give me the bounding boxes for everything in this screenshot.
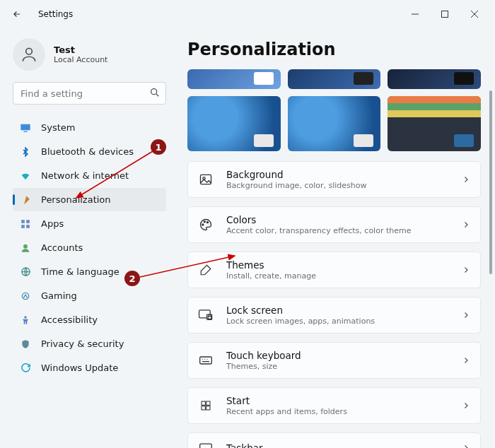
card-sub: Install, create, manage — [226, 271, 462, 281]
apps-icon — [20, 218, 31, 230]
bluetooth-icon — [20, 146, 31, 158]
svg-rect-9 — [26, 225, 30, 228]
pen-icon — [198, 262, 214, 278]
card-sub: Themes, size — [226, 362, 462, 371]
start-icon — [198, 398, 214, 413]
card-title: Lock screen — [226, 305, 462, 316]
close-button[interactable] — [460, 4, 489, 25]
theme-preset[interactable] — [187, 69, 281, 89]
sidebar-item-time[interactable]: Time & language — [13, 260, 166, 283]
theme-preset[interactable] — [388, 96, 481, 151]
palette-icon — [198, 217, 214, 232]
card-sub: Background image, color, slideshow — [226, 181, 462, 190]
user-block[interactable]: Test Local Account — [13, 38, 166, 71]
sidebar-item-system[interactable]: System — [13, 116, 166, 139]
svg-rect-25 — [202, 406, 205, 410]
sidebar-item-network[interactable]: Network & internet — [13, 164, 166, 187]
svg-rect-24 — [206, 401, 210, 405]
card-colors[interactable]: Colors Accent color, transparency effect… — [187, 206, 481, 243]
svg-point-18 — [207, 222, 209, 223]
nav-label: Personalization — [41, 194, 111, 205]
gaming-icon — [20, 290, 31, 302]
search-input[interactable] — [13, 82, 166, 105]
sidebar-item-update[interactable]: Windows Update — [13, 356, 166, 379]
keyboard-icon — [198, 353, 214, 368]
scrollbar-thumb[interactable] — [489, 90, 492, 274]
account-icon — [20, 242, 31, 254]
svg-rect-22 — [200, 357, 212, 364]
theme-preset[interactable] — [388, 69, 481, 89]
user-sub: Local Account — [54, 55, 107, 64]
image-icon — [198, 172, 214, 187]
svg-point-2 — [26, 48, 33, 54]
chevron-right-icon — [462, 309, 470, 322]
card-sub: Lock screen images, apps, animations — [226, 317, 462, 326]
sidebar-item-accounts[interactable]: Accounts — [13, 236, 166, 259]
nav-label: Windows Update — [41, 362, 118, 373]
card-lock-screen[interactable]: Lock screen Lock screen images, apps, an… — [187, 297, 481, 334]
sidebar: Test Local Account System Bluetooth & de… — [0, 28, 173, 448]
sidebar-item-bluetooth[interactable]: Bluetooth & devices — [13, 140, 166, 163]
avatar — [13, 38, 45, 71]
chevron-right-icon — [462, 399, 470, 413]
globe-icon — [20, 266, 31, 278]
sidebar-item-gaming[interactable]: Gaming — [13, 284, 166, 307]
search-icon[interactable] — [149, 87, 161, 101]
chevron-right-icon — [462, 218, 470, 232]
card-title: Colors — [226, 214, 462, 225]
nav-label: Gaming — [41, 290, 77, 301]
nav-label: Apps — [41, 218, 64, 229]
nav-label: Privacy & security — [41, 338, 124, 349]
card-themes[interactable]: Themes Install, create, manage — [187, 252, 481, 288]
theme-preset[interactable] — [288, 69, 381, 89]
maximize-icon — [441, 11, 448, 18]
display-icon — [20, 122, 31, 134]
page-title: Personalization — [187, 40, 484, 59]
update-icon — [20, 362, 31, 374]
shield-icon — [20, 338, 31, 350]
card-sub: Accent color, transparency effects, colo… — [226, 226, 462, 235]
close-icon — [471, 11, 478, 18]
card-background[interactable]: Background Background image, color, slid… — [187, 161, 481, 198]
sidebar-item-privacy[interactable]: Privacy & security — [13, 332, 166, 355]
nav-label: System — [41, 122, 75, 133]
nav-label: Time & language — [41, 266, 120, 277]
theme-preset[interactable] — [288, 96, 381, 151]
wifi-icon — [20, 170, 31, 182]
nav-label: Network & internet — [41, 170, 129, 181]
card-start[interactable]: Start Recent apps and items, folders — [187, 387, 481, 424]
user-name: Test — [54, 45, 107, 55]
minimize-icon — [412, 11, 419, 18]
main-content: Personalization Background Background im… — [173, 28, 495, 448]
svg-rect-26 — [206, 406, 210, 410]
svg-rect-23 — [202, 401, 205, 405]
theme-preset[interactable] — [187, 96, 281, 151]
card-title: Background — [226, 169, 462, 180]
nav-label: Bluetooth & devices — [41, 146, 134, 157]
sidebar-item-personalization[interactable]: Personalization — [13, 188, 166, 211]
minimize-button[interactable] — [400, 4, 430, 25]
svg-point-3 — [151, 89, 157, 95]
nav-label: Accessibility — [41, 314, 98, 325]
card-touch-keyboard[interactable]: Touch keyboard Themes, size — [187, 342, 481, 379]
back-button[interactable] — [6, 3, 28, 25]
scrollbar[interactable] — [488, 90, 494, 444]
titlebar: Settings — [0, 0, 495, 28]
svg-point-16 — [202, 224, 204, 225]
taskbar-icon — [198, 440, 214, 448]
chevron-right-icon — [462, 354, 470, 367]
annotation-badge-1: 1 — [151, 139, 166, 155]
maximize-button[interactable] — [430, 4, 460, 25]
chevron-right-icon — [462, 264, 470, 277]
sidebar-item-apps[interactable]: Apps — [13, 212, 166, 235]
person-icon — [20, 45, 38, 64]
chevron-right-icon — [462, 442, 470, 449]
card-taskbar[interactable]: Taskbar — [187, 432, 481, 448]
svg-point-13 — [24, 316, 27, 319]
lock-screen-icon — [198, 307, 214, 323]
paintbrush-icon — [20, 194, 31, 206]
arrow-left-icon — [12, 9, 22, 19]
annotation-badge-2: 2 — [124, 271, 140, 286]
svg-rect-14 — [201, 175, 211, 184]
sidebar-item-accessibility[interactable]: Accessibility — [13, 308, 166, 331]
